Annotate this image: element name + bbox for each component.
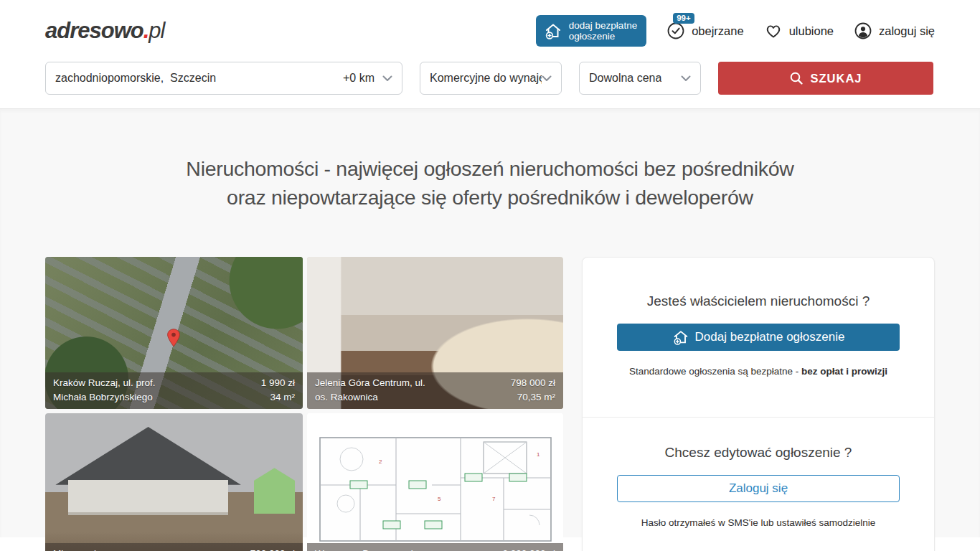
listing-card[interactable]: Kraków Ruczaj, ul. prof. Michała Bobrzyń… [45, 257, 303, 409]
listing-address: Jelenia Góra Centrum, ul. [315, 376, 425, 390]
svg-text:7: 7 [492, 496, 496, 502]
search-button-label: SZUKAJ [810, 72, 862, 85]
nav-item-label: zaloguj się [879, 24, 935, 38]
add-free-listing-button[interactable]: Dodaj bezpłatne ogłoszenie [617, 324, 900, 351]
add-free-listing-label: Dodaj bezpłatne ogłoszenie [695, 330, 845, 344]
listing-card[interactable]: Jelenia Góra Centrum, ul. os. Rakownica … [307, 257, 563, 409]
nav-item-viewed[interactable]: 99+ obejrzane [666, 22, 743, 40]
svg-text:5: 5 [438, 496, 441, 502]
logo-text-suffix: pl [149, 18, 164, 43]
location-field[interactable]: +0 km [45, 62, 402, 95]
location-input[interactable] [55, 72, 343, 85]
owner-panel: Jesteś właścicielem nieruchomości ? Doda… [582, 257, 935, 551]
check-circle-icon [666, 22, 685, 40]
listing-card[interactable]: 2 5 7 1 Warszawa Bemowo, ul. 2 900 000 z… [307, 413, 563, 551]
listing-area: 70,35 m² [511, 390, 555, 405]
svg-text:1: 1 [537, 451, 540, 458]
listing-address: os. Rakownica [315, 390, 425, 405]
page-title: Nieruchomości - najwięcej ogłoszeń nieru… [45, 154, 935, 212]
nav-item-label: obejrzane [692, 24, 743, 38]
price-value: Dowolna cena [589, 72, 661, 85]
house-construction-photo [45, 413, 303, 551]
price-select[interactable]: Dowolna cena [579, 62, 701, 95]
svg-text:2: 2 [379, 458, 382, 465]
house-roof [55, 427, 240, 485]
nav-item-favorites[interactable]: ulubione [764, 22, 834, 40]
listing-caption: Warszawa Bemowo, ul. 2 900 000 zł [307, 543, 563, 551]
listing-caption: Miroszewice 700 000 zł [45, 543, 303, 551]
search-button[interactable]: SZUKAJ [718, 62, 933, 95]
listing-caption: Kraków Ruczaj, ul. prof. Michała Bobrzyń… [45, 372, 303, 409]
heart-icon [764, 22, 783, 40]
search-filter-bar: +0 km Komercyjne do wynaję Dowolna cena [0, 62, 980, 108]
user-circle-icon [854, 22, 872, 40]
listing-address: Warszawa Bemowo, ul. [315, 547, 416, 551]
magnifier-icon [789, 71, 804, 85]
login-button-label: Zaloguj się [729, 481, 788, 496]
login-button[interactable]: Zaloguj się [617, 475, 900, 502]
nav-item-label: ulubione [789, 24, 834, 38]
listing-price: 700 000 zł [250, 547, 295, 551]
category-value: Komercyjne do wynaję [430, 72, 542, 85]
house-walls [68, 480, 228, 515]
listings-grid: Kraków Ruczaj, ul. prof. Michała Bobrzyń… [45, 257, 563, 551]
add-listing-label: dodaj bezpłatne ogłoszenie [569, 20, 637, 42]
category-select[interactable]: Komercyjne do wynaję [420, 62, 562, 95]
header: adresowo.pl dodaj bezpłatne ogłoszenie [0, 0, 980, 62]
main-content: Nieruchomości - najwięcej ogłoszeń nieru… [0, 108, 980, 537]
edit-panel: Chcesz edytować ogłoszenie ? Zaloguj się… [617, 418, 900, 528]
viewed-count-badge: 99+ [673, 13, 694, 24]
nav-item-login[interactable]: zaloguj się [854, 22, 935, 40]
listing-price: 798 000 zł [511, 376, 555, 390]
chevron-down-icon [382, 75, 392, 82]
radius-dropdown[interactable]: +0 km [343, 72, 392, 85]
radius-value: +0 km [343, 72, 374, 85]
house-add-icon [672, 329, 689, 346]
listing-address: Miroszewice [53, 547, 106, 551]
listing-address: Michała Bobrzyńskiego [53, 390, 156, 405]
owner-note: Standardowe ogłoszenia są bezpłatne - be… [617, 366, 900, 377]
map-pin-icon [166, 329, 181, 347]
owner-heading: Jesteś właścicielem nieruchomości ? [617, 293, 900, 309]
listing-caption: Jelenia Góra Centrum, ul. os. Rakownica … [307, 372, 563, 409]
listing-area: 34 m² [261, 390, 295, 405]
listing-price: 2 900 000 zł [502, 547, 555, 551]
floor-plan-drawing: 2 5 7 1 [307, 413, 563, 551]
listing-address: Kraków Ruczaj, ul. prof. [53, 376, 156, 390]
logo-text-main: adresowo [45, 18, 143, 43]
house-add-icon [544, 22, 562, 40]
header-nav: dodaj bezpłatne ogłoszenie 99+ obejrzane [536, 15, 935, 47]
edit-note: Hasło otrzymałeś w SMS'ie lub ustawiłeś … [617, 517, 900, 528]
edit-heading: Chcesz edytować ogłoszenie ? [617, 445, 900, 461]
page: adresowo.pl dodaj bezpłatne ogłoszenie [0, 0, 980, 551]
site-logo[interactable]: adresowo.pl [45, 18, 164, 44]
chevron-down-icon [542, 75, 552, 82]
listing-card[interactable]: Miroszewice 700 000 zł [45, 413, 303, 551]
chevron-down-icon [681, 75, 691, 82]
neighbor-house [254, 468, 295, 514]
listing-price: 1 990 zł [261, 376, 295, 390]
add-listing-button[interactable]: dodaj bezpłatne ogłoszenie [536, 15, 646, 47]
